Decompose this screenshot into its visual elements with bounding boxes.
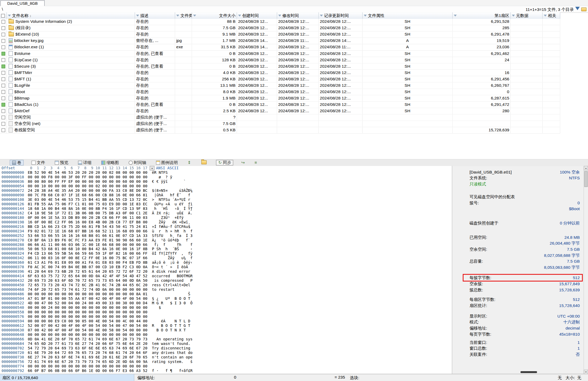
- hex-bytes[interactable]: 00 00 00 00 00 00 00 00 00 00 00 00 00 0…: [28, 310, 147, 314]
- hex-row[interactable]: 000000070254 72 79 20 64 69 73 63 6F 6E …: [0, 346, 452, 350]
- row-checkbox[interactable]: [1, 122, 5, 126]
- hex-ascii[interactable]: is compressed P: [152, 279, 192, 283]
- file-name-cell[interactable]: $MFTMirr: [7, 70, 135, 76]
- hex-row[interactable]: 000000025253 66 53 66 55 16 16 16 68 B8 …: [0, 233, 452, 238]
- hex-ascii[interactable]: Ä žX rá; uÛ£ Á.: [152, 211, 192, 215]
- hex-row[interactable]: 000000005400 00 10 00 00 00 00 00 00 00 …: [0, 184, 452, 188]
- hex-row[interactable]: 000000007224 28 38 A4 4E 35 A4 20 00 00 …: [0, 188, 452, 193]
- hex-bytes[interactable]: 0D 0A 41 6E 20 6F 70 65 72 61 74 69 6E 6…: [28, 337, 147, 341]
- hex-row[interactable]: 000000045072 65 73 73 20 43 74 72 6C 2B …: [0, 283, 452, 288]
- hex-ascii[interactable]: ûUªu ÷Á u éÝ ƒì: [152, 202, 192, 206]
- hex-bytes[interactable]: A7 01 BF 01 00 00 55 AA 07 00 42 00 4F 0…: [28, 296, 147, 301]
- mode-tab-file[interactable]: 文件: [30, 160, 47, 166]
- column-header-size[interactable]: 文件大小: [192, 12, 237, 19]
- file-row[interactable]: Bitlocker.exe (1)存在的exe31.5 KB2024/08/28…: [0, 44, 560, 51]
- hex-row[interactable]: 000000009000 7C FB 68 C0 07 1F 1E 68 66 …: [0, 193, 452, 197]
- hex-row[interactable]: 000000079266 0F B7 06 0B 00 66 0F B6 1E …: [0, 369, 452, 373]
- tool-options[interactable]: ≡: [253, 160, 259, 166]
- hex-ascii[interactable]: B O O T N X T: [152, 328, 192, 332]
- hex-row[interactable]: 000000054000 00 00 24 00 00 00 00 00 00 …: [0, 305, 452, 310]
- hex-bytes[interactable]: 50 06 53 68 01 00 68 10 00 B4 42 8A 16 0…: [28, 247, 147, 252]
- hex-row[interactable]: 000000075672 61 74 69 6E 67 20 73 79 73 …: [0, 360, 452, 364]
- hex-bytes[interactable]: 06 11 00 03 16 0F 00 8E C2 FF 0E 16 00 7…: [28, 256, 147, 261]
- hex-ascii[interactable]: f¡ f fh f: [152, 243, 192, 247]
- hex-bytes[interactable]: 00 00 00 00 00 00 00 00 00 00 00 00 00 0…: [28, 332, 147, 337]
- hex-ascii[interactable]: any drives that do: [152, 350, 192, 355]
- hex-bytes[interactable]: 00 00 00 00 00 00 00 00 00 00 00 00 00 0…: [28, 364, 147, 369]
- vertical-scrollbar[interactable]: ▲ ▼: [583, 166, 588, 374]
- row-select-cell[interactable]: [0, 44, 7, 50]
- hex-ascii[interactable]: rating system. š: [152, 360, 192, 364]
- hex-row[interactable]: 000000043220 69 73 20 63 6F 6D 70 72 65 …: [0, 279, 452, 283]
- file-row[interactable]: $MFT (1)存在的256 KB2024/08/28 12...2024/08…: [0, 76, 560, 83]
- hex-row[interactable]: 000000014418 68 1A 00 B4 48 8A 16 0E 00 …: [0, 206, 452, 211]
- tool-goto[interactable]: [199, 160, 210, 166]
- file-row[interactable]: $Volume存在的, 已查看0 B2024/08/28 12...2024/0…: [0, 51, 560, 57]
- row-select-cell[interactable]: [0, 70, 7, 76]
- column-header-name[interactable]: 文件名称↕: [7, 12, 135, 19]
- row-select-cell[interactable]: [0, 25, 7, 31]
- hex-bytes[interactable]: F9 02 01 72 1E 16 68 07 BB 16 68 52 11 1…: [28, 229, 147, 233]
- hex-ascii[interactable]: ŽÂÿ èK +Èwï¸: [152, 220, 192, 224]
- row-checkbox[interactable]: [1, 33, 5, 36]
- hex-bytes[interactable]: 00 00 10 00 00 00 00 00 00 00 02 00 00 0…: [28, 184, 147, 188]
- hex-ascii[interactable]: > NTFSu ´A»ªUÍ r: [152, 197, 192, 202]
- hex-row[interactable]: 000000003680 00 80 00 FF FF EF 00 00 00 …: [0, 179, 452, 184]
- hex-row[interactable]: 0000000270C0 BF 0A 13 B9 F6 0C FC F3 AA …: [0, 238, 452, 243]
- row-checkbox[interactable]: [1, 97, 5, 100]
- encoding-label[interactable]: ANSI ASCII: [156, 166, 179, 170]
- row-select-cell[interactable]: [0, 121, 7, 127]
- hex-bytes[interactable]: 4D 00 47 00 52 00 04 00 24 00 49 00 33 0…: [28, 301, 147, 305]
- column-header-modified[interactable]: 修改时间: [277, 12, 319, 19]
- filter-funnel-icon[interactable]: [176, 15, 179, 16]
- file-name-cell[interactable]: $BadClus (1): [7, 102, 135, 108]
- hex-row[interactable]: 000000046874 6F 20 72 65 73 74 61 72 74 …: [0, 288, 452, 292]
- hex-bytes[interactable]: 72 61 74 69 6E 67 20 73 79 73 74 65 6D 2…: [28, 360, 147, 364]
- mode-tab-preview[interactable]: 预览: [53, 160, 70, 166]
- hex-ascii[interactable]: § ¿ Uª B O O T: [152, 296, 192, 301]
- row-checkbox[interactable]: [1, 64, 5, 68]
- hex-bytes[interactable]: 00 00 00 00 00 00 00 00 00 00 00 00 00 0…: [28, 292, 147, 297]
- file-row[interactable]: 空余空间 (net)虚拟出的 (便于...7.5 GB: [0, 121, 560, 127]
- image-tab[interactable]: David_USB_8GB: [0, 0, 45, 6]
- row-select-cell[interactable]: [0, 108, 7, 114]
- file-row[interactable]: $UpCase (1)存在的128 KB2024/08/28 12...2024…: [0, 57, 560, 63]
- hex-row[interactable]: 000000061252 00 07 00 42 00 4F 00 4F 00 …: [0, 323, 452, 328]
- row-checkbox[interactable]: [1, 109, 5, 113]
- hex-bytes[interactable]: 07 00 42 00 4F 00 4F 00 54 00 4E 00 58 0…: [28, 328, 147, 332]
- hex-ascii[interactable]: aÃ¡ö è ¡ú è ôëý‹: [152, 261, 192, 265]
- hex-row[interactable]: 000000057600 00 00 00 00 00 00 00 00 00 …: [0, 314, 452, 319]
- hex-bytes[interactable]: 52 00 07 00 42 00 4F 00 4F 00 54 00 54 0…: [28, 323, 147, 328]
- column-header-meta[interactable]: 元数据: [511, 12, 543, 19]
- hex-ascii[interactable]: M G R $ I 3 0 Ô: [152, 301, 192, 305]
- file-row[interactable]: 卷残留空间虚拟出的 (便于...0.5 KB15,728,639: [0, 127, 560, 134]
- hex-row[interactable]: 000000019816 0F 00 8E C2 FF 06 16 00 E8 …: [0, 220, 452, 224]
- scroll-up-button[interactable]: ▲: [584, 166, 588, 170]
- hex-bytes[interactable]: 74 65 6D 20 77 61 73 6E 27 74 20 66 6F 7…: [28, 341, 147, 346]
- hex-ascii[interactable]: h ´HŠ ‹ô Í Ÿƒ: [152, 206, 192, 211]
- hex-row[interactable]: 0000000000EB 52 90 4E 54 46 53 20 20 20 …: [0, 170, 452, 175]
- tool-sync[interactable]: ↻同步: [216, 160, 233, 166]
- row-checkbox[interactable]: [1, 58, 5, 62]
- column-header-attr[interactable]: 文件属性: [363, 12, 453, 19]
- hex-bytes[interactable]: 18 68 1A 00 B4 48 8A 16 0E 00 8B F4 16 1…: [28, 206, 147, 211]
- hex-bytes[interactable]: F4 CD 13 66 59 5B 5A 66 59 66 59 1F 0F 8…: [28, 252, 147, 256]
- hex-bytes[interactable]: 3E 03 00 4E 54 46 53 75 15 B4 41 BB AA 5…: [28, 197, 147, 202]
- row-checkbox[interactable]: [1, 116, 5, 119]
- row-select-cell[interactable]: [0, 127, 7, 133]
- row-checkbox[interactable]: [1, 90, 5, 94]
- hex-bytes[interactable]: 81 FB 55 AA 75 06 F7 C1 01 00 75 03 E9 D…: [28, 202, 147, 206]
- mode-tab-timeline[interactable]: 时间轴: [127, 160, 148, 166]
- file-row[interactable]: $Bitmap存在的1.9 MB2024/08/28 12...2024/08/…: [0, 95, 560, 102]
- hex-row[interactable]: 000000012681 FB 55 AA 75 06 F7 C1 01 00 …: [0, 202, 452, 206]
- hex-bytes[interactable]: 72 65 73 73 20 43 74 72 6C 2B 41 6C 74 2…: [28, 283, 147, 288]
- hex-bytes[interactable]: 54 72 79 20 64 69 73 63 6F 6E 6E 65 63 7…: [28, 346, 147, 350]
- filter-funnel-icon[interactable]: [544, 15, 547, 16]
- hex-ascii[interactable]: An operating sys: [152, 337, 192, 341]
- hex-bytes[interactable]: 53 66 53 66 55 16 16 16 68 B8 01 66 61 0…: [28, 233, 147, 238]
- directory-browser-icon[interactable]: [581, 7, 587, 11]
- filter-funnel-icon[interactable]: [136, 15, 139, 16]
- row-select-cell[interactable]: [0, 19, 7, 25]
- row-select-cell[interactable]: [0, 114, 7, 120]
- hex-row[interactable]: 000000028806 66 A1 11 00 66 03 06 1C 00 …: [0, 243, 452, 247]
